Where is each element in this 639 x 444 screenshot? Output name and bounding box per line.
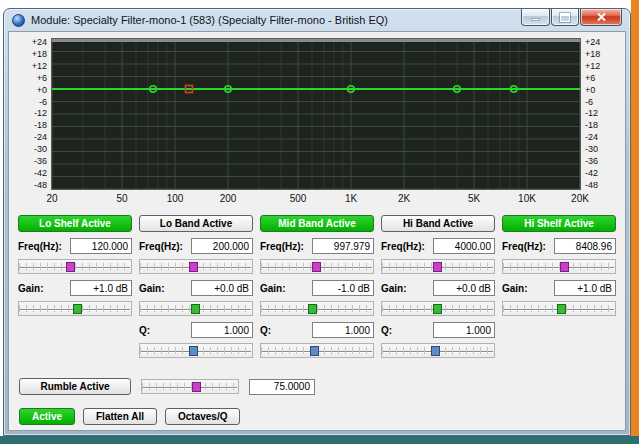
desktop-background-right <box>631 0 639 436</box>
band-column-mid-band: Mid Band Active Freq(Hz): Gain: <box>260 215 374 358</box>
client-area: +24+18+12+6+0-6-12-18-24-30-36-42-48 +24… <box>8 31 626 431</box>
slider-thumb[interactable] <box>66 262 75 272</box>
slider-thumb[interactable] <box>192 382 201 392</box>
lo-band-active-button[interactable]: Lo Band Active <box>139 215 253 232</box>
y-axis-tick-label: -36 <box>585 157 617 166</box>
lo-shelf-gain-input[interactable] <box>70 280 132 296</box>
maximize-button[interactable] <box>551 9 579 26</box>
eq-plot[interactable] <box>51 38 581 190</box>
y-axis-tick-label: +24 <box>15 38 47 47</box>
lo-shelf-gain-slider[interactable] <box>18 301 132 316</box>
hi-band-q-input[interactable] <box>433 322 495 338</box>
x-axis-tick-label: 1K <box>345 193 357 204</box>
hi-shelf-freq-slider[interactable] <box>502 259 616 274</box>
lo-band-gain-input[interactable] <box>191 280 253 296</box>
x-axis-tick-label: 20K <box>571 193 589 204</box>
freq-label: Freq(Hz): <box>502 241 546 252</box>
hi-band-gain-slider[interactable] <box>381 301 495 316</box>
lo-band-freq-input[interactable] <box>191 238 253 254</box>
gain-label: Gain: <box>381 283 407 294</box>
window-controls <box>520 9 622 26</box>
slider-thumb[interactable] <box>431 346 440 356</box>
slider-thumb[interactable] <box>433 262 442 272</box>
lo-shelf-freq-input[interactable] <box>70 238 132 254</box>
x-axis-tick-label: 2K <box>398 193 410 204</box>
screen: Module: Specialty Filter-mono-1 (583) (S… <box>0 0 639 444</box>
mid-band-freq-input[interactable] <box>312 238 374 254</box>
plot-top-strip <box>52 39 580 42</box>
minimize-button[interactable] <box>521 9 550 26</box>
mid-band-active-button[interactable]: Mid Band Active <box>260 215 374 232</box>
y-axis-tick-label: -24 <box>585 133 617 142</box>
y-axis-tick-label: -6 <box>585 98 617 107</box>
slider-thumb[interactable] <box>308 304 317 314</box>
y-axis-tick-label: +0 <box>15 86 47 95</box>
hi-band-freq-input[interactable] <box>433 238 495 254</box>
band-column-lo-band: Lo Band Active Freq(Hz): Gain: <box>139 215 253 358</box>
mid-band-q-slider[interactable] <box>260 343 374 358</box>
lo-band-freq-slider[interactable] <box>139 259 253 274</box>
y-axis-tick-label: -48 <box>15 181 47 190</box>
lo-shelf-active-button[interactable]: Lo Shelf Active <box>18 215 132 232</box>
slider-thumb[interactable] <box>433 304 442 314</box>
y-axis-tick-label: +18 <box>15 50 47 59</box>
desktop-background-bottom <box>0 436 639 444</box>
slider-thumb[interactable] <box>191 304 200 314</box>
y-axis-tick-label: +24 <box>585 38 617 47</box>
y-axis-left: +24+18+12+6+0-6-12-18-24-30-36-42-48 <box>11 38 51 190</box>
flatten-all-button[interactable]: Flatten All <box>83 408 157 425</box>
y-axis-tick-label: +0 <box>585 86 617 95</box>
lo-band-q-slider[interactable] <box>139 343 253 358</box>
y-axis-tick-label: -18 <box>15 121 47 130</box>
x-axis-tick-label: 5K <box>468 193 480 204</box>
mid-band-freq-slider[interactable] <box>260 259 374 274</box>
slider-thumb[interactable] <box>73 304 82 314</box>
rumble-active-button[interactable]: Rumble Active <box>19 378 131 395</box>
hi-shelf-gain-input[interactable] <box>554 280 616 296</box>
x-axis: 20501002005001K2K5K10K20K <box>52 190 580 205</box>
slider-thumb[interactable] <box>189 346 198 356</box>
band-controls: Lo Shelf Active Freq(Hz): Gain: <box>18 215 616 358</box>
slider-thumb[interactable] <box>312 262 321 272</box>
hi-band-freq-slider[interactable] <box>381 259 495 274</box>
q-label: Q: <box>260 325 271 336</box>
y-axis-tick-label: -12 <box>15 109 47 118</box>
slider-thumb[interactable] <box>560 262 569 272</box>
slider-thumb[interactable] <box>189 262 198 272</box>
y-axis-tick-label: -12 <box>585 109 617 118</box>
y-axis-tick-label: -36 <box>15 157 47 166</box>
freq-label: Freq(Hz): <box>18 241 62 252</box>
hi-shelf-active-button[interactable]: Hi Shelf Active <box>502 215 616 232</box>
band-column-hi-shelf: Hi Shelf Active Freq(Hz): Gain: <box>502 215 616 316</box>
mid-band-gain-input[interactable] <box>312 280 374 296</box>
x-axis-tick-label: 100 <box>167 193 184 204</box>
footer-buttons: Active Flatten All Octaves/Q <box>19 408 617 425</box>
gain-label: Gain: <box>18 283 44 294</box>
y-axis-tick-label: +6 <box>585 74 617 83</box>
mid-band-gain-slider[interactable] <box>260 301 374 316</box>
lo-band-gain-slider[interactable] <box>139 301 253 316</box>
rumble-slider[interactable] <box>141 379 239 394</box>
hi-shelf-gain-slider[interactable] <box>502 301 616 316</box>
hi-band-gain-input[interactable] <box>433 280 495 296</box>
eq-graph-section: +24+18+12+6+0-6-12-18-24-30-36-42-48 +24… <box>9 32 625 190</box>
lo-band-q-input[interactable] <box>191 322 253 338</box>
lo-shelf-freq-slider[interactable] <box>18 259 132 274</box>
hi-shelf-freq-input[interactable] <box>554 238 616 254</box>
active-button[interactable]: Active <box>19 408 75 425</box>
y-axis-tick-label: -42 <box>15 169 47 178</box>
band-column-lo-shelf: Lo Shelf Active Freq(Hz): Gain: <box>18 215 132 316</box>
hi-band-q-slider[interactable] <box>381 343 495 358</box>
close-button[interactable] <box>580 9 622 26</box>
rumble-value: 75.0000 <box>249 379 315 395</box>
hi-band-active-button[interactable]: Hi Band Active <box>381 215 495 232</box>
mid-band-q-input[interactable] <box>312 322 374 338</box>
y-axis-tick-label: +6 <box>15 74 47 83</box>
y-axis-right: +24+18+12+6+0-6-12-18-24-30-36-42-48 <box>581 38 621 190</box>
title-bar[interactable]: Module: Specialty Filter-mono-1 (583) (S… <box>4 9 630 31</box>
app-icon <box>12 14 25 27</box>
slider-thumb[interactable] <box>557 304 566 314</box>
slider-thumb[interactable] <box>310 346 319 356</box>
octaves-q-button[interactable]: Octaves/Q <box>165 408 240 425</box>
y-axis-tick-label: -42 <box>585 169 617 178</box>
